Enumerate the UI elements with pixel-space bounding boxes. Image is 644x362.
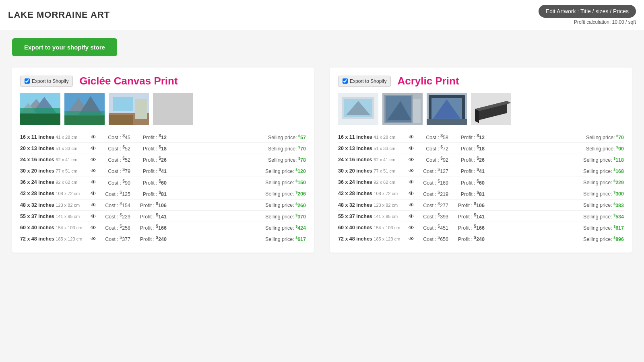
export-shopify-checkbox-giclee[interactable] xyxy=(25,78,30,84)
selling-price-label: Selling price: $206 xyxy=(169,190,306,197)
export-shopify-checkbox-label-giclee[interactable]: Export to Shopify xyxy=(20,76,73,87)
profit-label: Profit : $106 xyxy=(450,202,487,208)
table-row: 72 x 48 inches 185 x 123 cm👁Cost : $656P… xyxy=(338,233,624,244)
cost-label: Cost : $229 xyxy=(98,213,132,220)
size-label: 72 x 48 inches 185 x 123 cm xyxy=(338,236,407,242)
cost-label: Cost : $125 xyxy=(98,190,132,197)
visibility-toggle-icon[interactable]: 👁 xyxy=(407,145,416,152)
export-shopify-checkbox-label-acrylic[interactable]: Export to Shopify xyxy=(338,76,391,87)
cost-value: 79 xyxy=(125,169,130,175)
selling-price-label: Selling price: $617 xyxy=(487,224,624,231)
table-row: 60 x 40 inches 154 x 103 cm👁Cost : $451P… xyxy=(338,222,624,233)
product-image-3 xyxy=(153,93,193,125)
cost-label: Cost : $92 xyxy=(416,156,450,163)
selling-price-label: Selling price: $534 xyxy=(487,213,624,220)
table-row: 20 x 13 inches 51 x 33 cm👁Cost : $52Prof… xyxy=(20,143,306,154)
edit-artwork-button[interactable]: Edit Artwork : Title / sizes / Prices xyxy=(539,5,636,18)
size-cm: 41 x 28 cm xyxy=(56,135,77,140)
profit-label: Profit : $26 xyxy=(450,156,487,163)
size-cm: 185 x 123 cm xyxy=(374,237,400,241)
visibility-toggle-icon[interactable]: 👁 xyxy=(407,156,416,163)
visibility-toggle-icon[interactable]: 👁 xyxy=(89,190,98,197)
visibility-toggle-icon[interactable]: 👁 xyxy=(89,156,98,163)
visibility-toggle-icon[interactable]: 👁 xyxy=(89,168,98,174)
selling-price-label: Selling price: $383 xyxy=(487,202,624,208)
profit-value: 141 xyxy=(476,214,485,220)
selling-price-label: Selling price: $120 xyxy=(169,168,306,174)
cost-label: Cost : $45 xyxy=(98,134,132,140)
selling-price-value: $206 xyxy=(295,191,306,197)
cost-value: 393 xyxy=(440,214,448,220)
size-cm: 154 x 103 cm xyxy=(374,225,400,230)
visibility-toggle-icon[interactable]: 👁 xyxy=(89,179,98,185)
selling-price-label: Selling price: $896 xyxy=(487,236,624,242)
size-cm: 41 x 28 cm xyxy=(374,135,395,140)
visibility-toggle-icon[interactable]: 👁 xyxy=(89,236,98,242)
profit-label: Profit : $60 xyxy=(132,179,169,186)
profit-label: Profit : $106 xyxy=(132,202,169,208)
size-main: 72 x 48 inches xyxy=(338,236,372,242)
size-cm: 62 x 41 cm xyxy=(374,157,395,162)
cost-value: 52 xyxy=(125,157,130,163)
profit-label: Profit : $18 xyxy=(450,145,487,152)
product-section-acrylic: Export to ShopifyAcrylic Print 16 x 11 i… xyxy=(330,68,632,253)
profit-label: Profit : $240 xyxy=(132,235,169,242)
size-label: 55 x 37 inches 141 x 95 cm xyxy=(338,214,407,219)
product-image-2 xyxy=(109,93,149,125)
product-image-0 xyxy=(20,93,60,125)
size-cm: 108 x 72 cm xyxy=(374,191,398,196)
export-shopify-label-text: Export to Shopify xyxy=(32,78,68,84)
size-cm: 92 x 62 cm xyxy=(374,180,395,185)
visibility-toggle-icon[interactable]: 👁 xyxy=(89,202,98,208)
size-main: 16 x 11 inches xyxy=(20,134,54,140)
visibility-toggle-icon[interactable]: 👁 xyxy=(89,224,98,231)
profit-label: Profit : $81 xyxy=(132,190,169,197)
size-main: 42 x 28 inches xyxy=(338,191,372,196)
visibility-toggle-icon[interactable]: 👁 xyxy=(407,134,416,140)
export-shopify-checkbox-acrylic[interactable] xyxy=(343,78,348,84)
size-main: 20 x 13 inches xyxy=(338,146,372,151)
visibility-toggle-icon[interactable]: 👁 xyxy=(407,224,416,231)
visibility-toggle-icon[interactable]: 👁 xyxy=(407,213,416,220)
table-row: 30 x 20 inches 77 x 51 cm👁Cost : $79Prof… xyxy=(20,165,306,177)
size-cm: 92 x 62 cm xyxy=(56,180,77,185)
size-cm: 185 x 123 cm xyxy=(56,237,82,241)
cost-label: Cost : $52 xyxy=(98,145,132,152)
visibility-toggle-icon[interactable]: 👁 xyxy=(407,179,416,185)
profit-value: 18 xyxy=(161,146,167,152)
size-label: 16 x 11 inches 41 x 28 cm xyxy=(20,134,89,140)
visibility-toggle-icon[interactable]: 👁 xyxy=(407,202,416,208)
table-row: 24 x 16 inches 62 x 41 cm👁Cost : $52Prof… xyxy=(20,154,306,165)
table-row: 24 x 16 inches 62 x 41 cm👁Cost : $92Prof… xyxy=(338,154,624,165)
table-row: 55 x 37 inches 141 x 95 cm👁Cost : $393Pr… xyxy=(338,211,624,222)
cost-value: 90 xyxy=(125,180,130,186)
visibility-toggle-icon[interactable]: 👁 xyxy=(89,134,98,140)
cost-label: Cost : $219 xyxy=(416,190,450,197)
profit-value: 60 xyxy=(161,180,167,186)
visibility-toggle-icon[interactable]: 👁 xyxy=(89,145,98,152)
profit-label: Profit : $81 xyxy=(450,190,487,197)
cost-label: Cost : $72 xyxy=(416,145,450,152)
selling-price-label: Selling price: $57 xyxy=(169,134,306,140)
visibility-toggle-icon[interactable]: 👁 xyxy=(407,236,416,242)
svg-rect-15 xyxy=(109,115,133,125)
section-header: Export to ShopifyGiclée Canvas Print xyxy=(20,75,306,87)
visibility-toggle-icon[interactable]: 👁 xyxy=(407,168,416,174)
product-image-1 xyxy=(382,93,423,125)
profit-label: Profit : $41 xyxy=(132,167,169,174)
table-row: 55 x 37 inches 141 x 95 cm👁Cost : $229Pr… xyxy=(20,211,306,222)
size-label: 30 x 20 inches 77 x 51 cm xyxy=(338,168,407,174)
visibility-toggle-icon[interactable]: 👁 xyxy=(89,213,98,220)
product-section-giclee: Export to ShopifyGiclée Canvas Print 16 … xyxy=(12,68,314,253)
profit-value: 12 xyxy=(479,135,485,140)
visibility-toggle-icon[interactable]: 👁 xyxy=(407,190,416,197)
size-main: 20 x 13 inches xyxy=(20,146,54,151)
profit-value: 41 xyxy=(161,169,167,175)
cost-value: 92 xyxy=(443,157,448,163)
product-images xyxy=(20,93,306,125)
profit-value: 41 xyxy=(479,169,485,175)
selling-price-value: $118 xyxy=(613,157,624,163)
selling-price-value: $300 xyxy=(613,191,624,197)
size-label: 60 x 40 inches 154 x 103 cm xyxy=(338,225,407,230)
export-shopify-top-button[interactable]: Export to your shopify store xyxy=(12,38,117,56)
